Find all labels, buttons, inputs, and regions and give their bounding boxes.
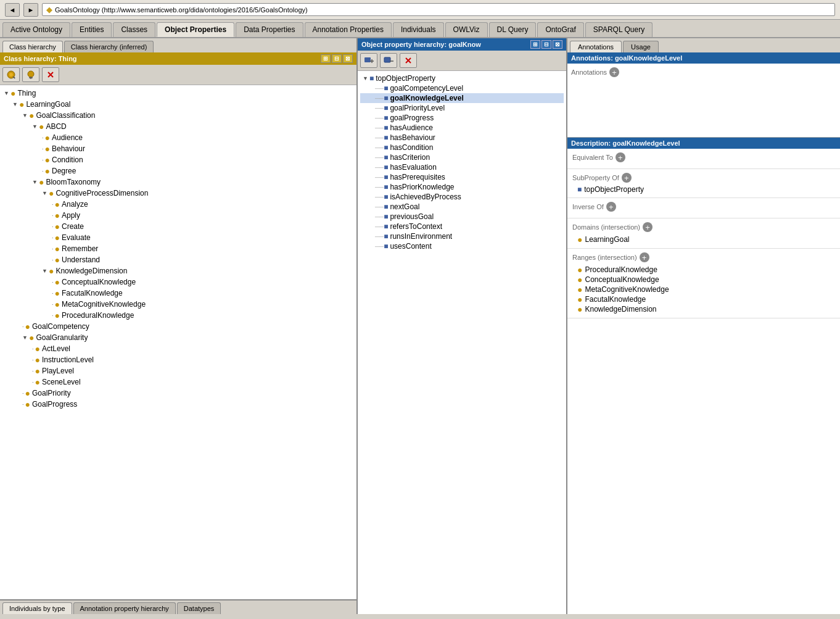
add-class-button[interactable] — [22, 67, 39, 82]
tab-usage[interactable]: Usage — [623, 41, 659, 52]
expand-icon: · — [42, 157, 44, 163]
tree-item[interactable]: ·●Evaluate — [2, 232, 354, 243]
back-button[interactable]: ◄ — [5, 3, 20, 17]
tree-item[interactable]: ·●Remember — [2, 243, 354, 254]
tree-item[interactable]: ·●MetaCognitiveKnowledge — [2, 299, 354, 310]
tab-datatypes[interactable]: Datatypes — [177, 602, 221, 614]
range-metacognitive[interactable]: ● MetaCognitiveKnowledge — [572, 285, 835, 294]
sync-icon[interactable]: ⊞ — [321, 54, 331, 63]
close-icon[interactable]: ⊠ — [343, 54, 353, 63]
tree-item[interactable]: ·●GoalProgress — [2, 399, 354, 410]
obj-prop-item[interactable]: ── ■goalProgress — [360, 113, 564, 123]
obj-prop-item[interactable]: ── ■hasPriorKnowledge — [360, 182, 564, 192]
add-range-button[interactable]: + — [640, 252, 649, 262]
delete-prop-button[interactable] — [400, 53, 417, 68]
add-annotation-button[interactable]: + — [609, 67, 619, 77]
class-icon: ● — [10, 88, 15, 98]
tree-item[interactable]: ▼●BloomTaxonomy — [2, 177, 354, 188]
tab-owlviz[interactable]: OWLViz — [445, 22, 488, 37]
tree-item[interactable]: ▼●ABCD — [2, 121, 354, 132]
tab-sparql-query[interactable]: SPARQL Query — [585, 22, 653, 37]
tree-item[interactable]: ·●Audience — [2, 132, 354, 143]
tab-active-ontology[interactable]: Active Ontology — [2, 22, 70, 37]
tree-connector: ── — [375, 243, 384, 250]
add-domain-button[interactable]: + — [643, 222, 653, 232]
tree-item[interactable]: ·●Apply — [2, 210, 354, 221]
obj-prop-item[interactable]: ── ■goalKnowledgeLevel — [360, 93, 564, 103]
tab-annotation-properties[interactable]: Annotation Properties — [305, 22, 392, 37]
tree-item[interactable]: ·●Degree — [2, 165, 354, 177]
add-subprop-button[interactable]: + — [622, 173, 632, 183]
tree-item[interactable]: ·●Behaviour — [2, 143, 354, 154]
tree-item[interactable]: ·●InstructionLevel — [2, 354, 354, 365]
expand-icon: ▼ — [42, 268, 47, 274]
tab-classes[interactable]: Classes — [113, 22, 155, 37]
tree-item[interactable]: ·●SceneLevel — [2, 376, 354, 388]
tab-individuals-by-type[interactable]: Individuals by type — [2, 602, 72, 614]
tree-item[interactable]: ·●ProceduralKnowledge — [2, 310, 354, 321]
obj-prop-item[interactable]: ── ■hasAudience — [360, 123, 564, 133]
tree-item[interactable]: ▼●GoalClassification — [2, 110, 354, 121]
obj-prop-item[interactable]: ── ■hasCondition — [360, 143, 564, 152]
tree-item[interactable]: ·●GoalPriority — [2, 388, 354, 399]
tab-dl-query[interactable]: DL Query — [489, 22, 537, 37]
tree-item[interactable]: ·●Analyze — [2, 199, 354, 210]
tree-item[interactable]: ·●PlayLevel — [2, 365, 354, 376]
tab-annotations[interactable]: Annotations — [570, 41, 622, 52]
tab-entities[interactable]: Entities — [72, 22, 112, 37]
obj-prop-item[interactable]: ── ■previousGoal — [360, 212, 564, 222]
forward-button[interactable]: ► — [23, 3, 38, 17]
add-prop-button[interactable] — [360, 53, 377, 68]
tree-item[interactable]: ▼●Thing — [2, 88, 354, 99]
tab-data-properties[interactable]: Data Properties — [236, 22, 303, 37]
obj-prop-item[interactable]: ── ■runsInEnvironment — [360, 231, 564, 241]
tab-annotation-property-hierarchy[interactable]: Annotation property hierarchy — [73, 602, 176, 614]
tree-item[interactable]: ·●Condition — [2, 154, 354, 165]
tree-item[interactable]: ·●ActLevel — [2, 343, 354, 354]
tree-item[interactable]: ·●Understand — [2, 254, 354, 265]
obj-prop-item[interactable]: ── ■nextGoal — [360, 202, 564, 212]
close-icon-mid[interactable]: ⊠ — [553, 40, 562, 49]
range-conceptual[interactable]: ● ConceptualKnowledge — [572, 275, 835, 285]
tab-ontograf[interactable]: OntoGraf — [537, 22, 583, 37]
tree-item[interactable]: ·●FacutalKnowledge — [2, 288, 354, 299]
obj-prop-item[interactable]: ── ■isAchievedByProcess — [360, 192, 564, 202]
tree-item[interactable]: ·●ConceptualKnowledge — [2, 276, 354, 288]
prop-icon: ■ — [384, 173, 388, 181]
obj-prop-item[interactable]: ── ■goalCompetencyLevel — [360, 83, 564, 93]
obj-prop-item[interactable]: ── ■goalPriorityLevel — [360, 103, 564, 113]
obj-prop-item[interactable]: ── ■refersToContext — [360, 222, 564, 231]
collapse-icon[interactable]: ⊟ — [332, 54, 342, 63]
range-procedural[interactable]: ● ProceduralKnowledge — [572, 265, 835, 275]
obj-prop-item[interactable]: ── ■hasPrerequisites — [360, 172, 564, 182]
collapse-icon-mid[interactable]: ⊟ — [541, 40, 551, 49]
tree-item[interactable]: ▼●CognitiveProcessDimension — [2, 188, 354, 199]
tab-class-hierarchy-inferred[interactable]: Class hierarchy (inferred) — [64, 41, 154, 52]
tree-item[interactable]: ▼●LearningGoal — [2, 99, 354, 110]
add-inverse-button[interactable]: + — [606, 202, 616, 212]
sync-icon-mid[interactable]: ⊞ — [530, 40, 540, 49]
tab-object-properties[interactable]: Object Properties — [157, 22, 234, 37]
obj-prop-item[interactable]: ── ■usesContent — [360, 241, 564, 251]
tree-item[interactable]: ▼●KnowledgeDimension — [2, 265, 354, 276]
range-knowledge-dimension[interactable]: ● KnowledgeDimension — [572, 304, 835, 314]
remove-prop-button[interactable] — [380, 53, 397, 68]
obj-prop-item[interactable]: ── ■hasEvaluation — [360, 162, 564, 172]
add-subclass-button[interactable] — [2, 67, 20, 82]
tab-class-hierarchy[interactable]: Class hierarchy — [2, 41, 63, 52]
expand-icon: ▼ — [22, 112, 28, 118]
delete-class-button[interactable] — [42, 67, 59, 82]
domain-value-learninggoal[interactable]: ● LearningGoal — [572, 235, 835, 244]
subprop-value[interactable]: ■ topObjectProperty — [572, 185, 835, 194]
obj-prop-item[interactable]: ── ■hasCriterion — [360, 152, 564, 162]
tree-item[interactable]: ·●GoalCompetency — [2, 321, 354, 332]
square-icon: ■ — [577, 185, 582, 194]
range-facutal[interactable]: ● FacutalKnowledge — [572, 294, 835, 304]
tree-item[interactable]: ▼●GoalGranularity — [2, 332, 354, 343]
main-content: Class hierarchy Class hierarchy (inferre… — [0, 38, 840, 614]
obj-prop-item[interactable]: ▼ ■topObjectProperty — [360, 73, 564, 83]
obj-prop-item[interactable]: ── ■hasBehaviour — [360, 133, 564, 143]
add-equiv-button[interactable]: + — [616, 152, 625, 162]
tab-individuals[interactable]: Individuals — [393, 22, 444, 37]
tree-item[interactable]: ·●Create — [2, 221, 354, 232]
